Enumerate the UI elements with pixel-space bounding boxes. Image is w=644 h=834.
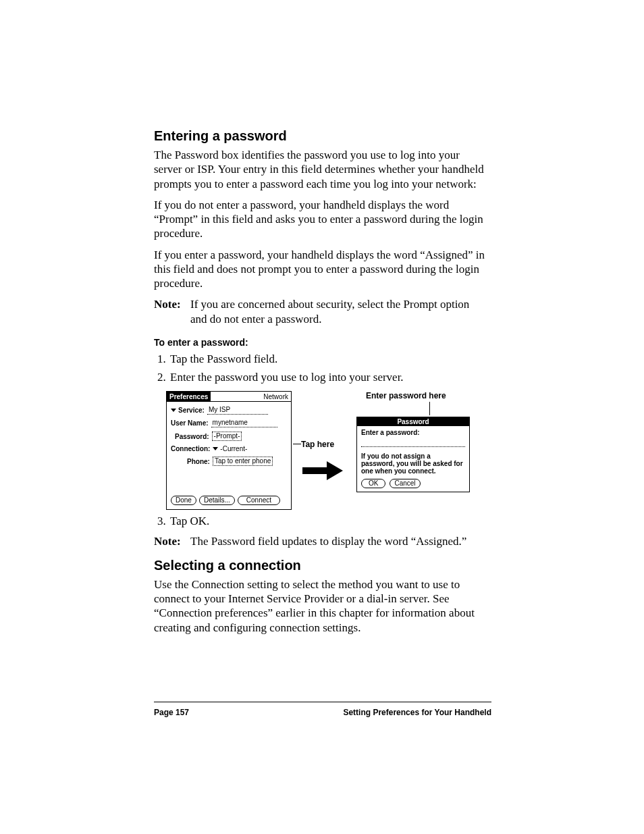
palm-preferences-screen: Preferences Network Service: My ISP User… [166,391,292,510]
details-button[interactable]: Details... [199,496,235,505]
palm-app-title: Preferences [167,392,211,401]
dialog-title: Password [357,417,469,426]
svg-rect-0 [302,467,327,474]
bullet-with-password: If you enter a password, your handheld d… [154,248,489,291]
intro-paragraph: The Password box identifies the password… [154,148,489,191]
label-username: User Name: [171,419,209,427]
callout-enter-password: Enter password here [366,391,478,400]
label-service: Service: [178,407,205,414]
password-dialog-column: Enter password here Password Enter a pas… [356,391,478,492]
value-service[interactable]: My ISP [207,406,268,415]
footer-rule [154,702,491,702]
dialog-prompt: Enter a password: [361,429,465,436]
steps-list: Tap the Password field. Enter the passwo… [154,352,489,385]
row-connection: Connection: -Current- [171,445,287,452]
palm-panel-name: Network [263,393,291,400]
password-input[interactable] [361,439,465,447]
step-3: Tap OK. [169,514,489,528]
connect-button[interactable]: Connect [238,496,280,505]
cancel-button[interactable]: Cancel [390,479,420,488]
label-connection: Connection: [171,445,210,452]
note-security: Note: If you are concerned about securit… [154,297,489,326]
value-phone[interactable]: Tap to enter phone [213,457,273,466]
note-assigned: Note: The Password field updates to disp… [154,534,489,548]
svg-marker-1 [327,461,343,480]
step-2: Enter the password you use to log into y… [169,370,489,384]
note-label: Note: [154,297,190,326]
ok-button[interactable]: OK [361,479,385,488]
figure-password-screens: Preferences Network Service: My ISP User… [166,391,489,510]
row-service: Service: My ISP [171,406,287,415]
password-dialog: Password Enter a password: If you do not… [356,417,470,492]
bullet-no-password: If you do not enter a password, your han… [154,198,489,241]
callout-column: Tap here [297,391,351,482]
row-password: Password: -Prompt- [175,432,287,441]
palm-button-row: Done Details... Connect [171,496,287,505]
dropdown-caret-icon [213,447,218,450]
step-1: Tap the Password field. [169,352,489,366]
value-connection[interactable]: -Current- [220,445,247,452]
dialog-hint: If you do not assign a password, you wil… [361,452,465,475]
dropdown-caret-icon [171,409,176,412]
footer-chapter-title: Setting Preferences for Your Handheld [343,708,491,717]
done-button[interactable]: Done [171,496,196,505]
section-heading-entering-password: Entering a password [154,128,489,144]
callout-connector-line [293,444,301,444]
subheading-to-enter-password: To enter a password: [154,337,489,348]
label-phone: Phone: [187,458,210,465]
callout-pointer-line [429,402,430,415]
section2-paragraph: Use the Connection setting to select the… [154,577,489,635]
steps-list-continued: Tap OK. [154,514,489,528]
note-label: Note: [154,534,190,548]
page-footer: Page 157 Setting Preferences for Your Ha… [154,708,491,717]
callout-tap-here: Tap here [301,440,351,449]
document-page: Entering a password The Password box ide… [0,0,644,834]
value-password[interactable]: -Prompt- [212,432,242,441]
arrow-right-icon [302,461,343,480]
page-number: Page 157 [154,708,189,717]
palm-titlebar: Preferences Network [166,391,292,402]
label-password: Password: [175,433,209,440]
note-text: The Password field updates to display th… [190,534,489,548]
section-heading-selecting-connection: Selecting a connection [154,558,489,573]
value-username[interactable]: mynetname [211,419,277,427]
row-username: User Name: mynetname [171,419,287,427]
note-text: If you are concerned about security, sel… [190,297,489,326]
row-phone: Phone: Tap to enter phone [187,457,287,466]
